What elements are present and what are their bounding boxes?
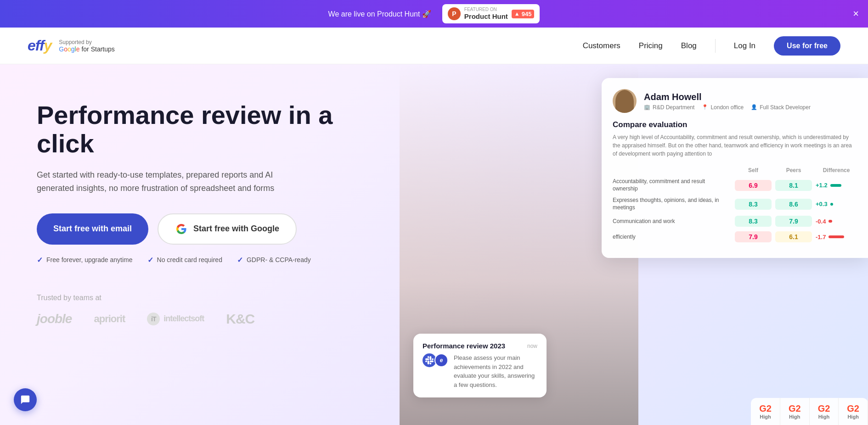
supported-label: Supported by bbox=[59, 39, 114, 45]
office-label: London office bbox=[710, 104, 744, 111]
g2-label-2: High bbox=[789, 414, 800, 419]
g2-label-4: High bbox=[847, 414, 858, 419]
compare-table: Self Peers Difference Accountability, co… bbox=[613, 167, 857, 242]
trust-badge-2: ✓ No credit card required bbox=[147, 256, 222, 264]
compare-table-header: Self Peers Difference bbox=[613, 167, 857, 173]
department-label: R&D Department bbox=[653, 104, 694, 111]
ph-count-badge: ▲ 945 bbox=[512, 10, 535, 18]
row-diff-2: -0.4 bbox=[816, 218, 857, 225]
trusted-section: Trusted by teams at jooble apriorit iT i… bbox=[37, 294, 349, 327]
person-meta: 🏢 R&D Department 📍 London office 👤 Full … bbox=[644, 104, 811, 111]
trust-label-3: GDPR- & CCPA-ready bbox=[247, 256, 311, 263]
trust-label-2: No credit card required bbox=[157, 256, 222, 263]
role-icon: 👤 bbox=[751, 104, 757, 110]
trust-label-1: Free forever, upgrade anytime bbox=[46, 256, 133, 263]
trusted-label: Trusted by teams at bbox=[37, 294, 349, 302]
hero-headline: Performance review in a click bbox=[37, 101, 349, 157]
g2-logo-1: G2 bbox=[759, 403, 772, 414]
g2-label-3: High bbox=[818, 414, 829, 419]
row-label-0: Accountability, commitment and result ow… bbox=[613, 178, 731, 192]
supported-by: Supported by Google for Startups bbox=[59, 39, 114, 53]
eval-card: Adam Howell 🏢 R&D Department 📍 London of… bbox=[602, 78, 868, 258]
hero-right: Adam Howell 🏢 R&D Department 📍 London of… bbox=[377, 64, 868, 425]
notif-header: Performance review 2023 now bbox=[423, 342, 537, 350]
banner-announcement: We are live on Product Hunt 🚀 bbox=[328, 10, 431, 18]
row-peers-2: 7.9 bbox=[775, 216, 812, 227]
logo-area: effy Supported by Google for Startups bbox=[28, 37, 115, 54]
ph-count-value: 945 bbox=[522, 11, 532, 17]
row-self-2: 8.3 bbox=[735, 216, 772, 227]
compare-row-0: Accountability, commitment and result ow… bbox=[613, 178, 857, 192]
top-banner: We are live on Product Hunt 🚀 P FEATURED… bbox=[0, 0, 868, 28]
office-icon: 📍 bbox=[702, 104, 708, 110]
nav-customers[interactable]: Customers bbox=[583, 41, 620, 50]
g2-badge-2: G2 High bbox=[780, 398, 810, 425]
header: effy Supported by Google for Startups Cu… bbox=[0, 28, 868, 64]
row-self-3: 7.9 bbox=[735, 231, 772, 242]
hero-left: Performance review in a click Get starte… bbox=[0, 64, 377, 425]
google-button-label: Start free with Google bbox=[193, 224, 279, 234]
row-peers-1: 8.6 bbox=[775, 199, 812, 210]
person-info: Adam Howell 🏢 R&D Department 📍 London of… bbox=[644, 92, 811, 111]
col-peers: Peers bbox=[775, 167, 812, 173]
meta-role: 👤 Full Stack Developer bbox=[751, 104, 811, 111]
avatar-inner bbox=[615, 90, 634, 113]
intellectsoft-icon: iT bbox=[147, 313, 160, 325]
trust-badge-1: ✓ Free forever, upgrade anytime bbox=[37, 256, 133, 264]
google-for-startups: Google for Startups bbox=[59, 45, 114, 53]
row-self-0: 6.9 bbox=[735, 180, 772, 191]
ph-name: Product Hunt bbox=[464, 12, 508, 21]
g2-badge-3: G2 High bbox=[810, 398, 839, 425]
person-name: Adam Howell bbox=[644, 92, 811, 102]
g2-badges: G2 High G2 High G2 High G2 High bbox=[751, 398, 868, 425]
eval-card-header: Adam Howell 🏢 R&D Department 📍 London of… bbox=[613, 89, 857, 113]
logo[interactable]: effy bbox=[28, 37, 51, 54]
check-icon-1: ✓ bbox=[37, 256, 43, 264]
diff-bar-3 bbox=[829, 235, 844, 238]
logo-jooble: jooble bbox=[37, 312, 72, 326]
logo-intellectsoft: iT intellectsoft bbox=[147, 313, 204, 325]
use-free-button[interactable]: Use for free bbox=[774, 36, 840, 56]
banner-close-button[interactable]: × bbox=[853, 8, 859, 20]
compare-row-2: Communication and work 8.3 7.9 -0.4 bbox=[613, 216, 857, 227]
col-diff: Difference bbox=[816, 167, 857, 173]
row-diff-0: +1.2 bbox=[816, 182, 857, 189]
notif-title: Performance review 2023 bbox=[423, 342, 505, 350]
g2-logo-3: G2 bbox=[818, 403, 830, 414]
cta-buttons: Start free with email Start free with Go… bbox=[37, 213, 349, 245]
row-diff-3: -1.7 bbox=[816, 234, 857, 240]
start-free-google-button[interactable]: Start free with Google bbox=[158, 213, 297, 245]
check-icon-3: ✓ bbox=[237, 256, 243, 264]
nav-blog[interactable]: Blog bbox=[681, 41, 697, 50]
intellectsoft-label: intellectsoft bbox=[163, 314, 204, 324]
trust-badges: ✓ Free forever, upgrade anytime ✓ No cre… bbox=[37, 256, 349, 264]
notif-text: Please assess your main achievements in … bbox=[454, 353, 537, 389]
compare-title: Compare evaluation bbox=[613, 120, 857, 129]
login-button[interactable]: Log In bbox=[734, 41, 755, 50]
notif-time: now bbox=[527, 343, 537, 349]
chat-button[interactable] bbox=[14, 388, 37, 411]
trusted-logos: jooble apriorit iT intellectsoft K&C bbox=[37, 311, 349, 327]
start-free-email-button[interactable]: Start free with email bbox=[37, 213, 148, 245]
row-label-3: efficiently bbox=[613, 234, 731, 241]
nav-pricing[interactable]: Pricing bbox=[639, 41, 663, 50]
compare-row-1: Expresses thoughts, opinions, and ideas,… bbox=[613, 197, 857, 211]
logo-kc: K&C bbox=[226, 311, 254, 327]
compare-rows: Accountability, commitment and result ow… bbox=[613, 178, 857, 242]
avatar bbox=[613, 89, 637, 113]
banner-text: We are live on Product Hunt 🚀 bbox=[328, 10, 431, 18]
g2-logo-4: G2 bbox=[847, 403, 859, 414]
row-self-1: 8.3 bbox=[735, 199, 772, 210]
department-icon: 🏢 bbox=[644, 104, 650, 110]
notif-body: e Please assess your main achievements i… bbox=[423, 353, 537, 389]
main-section: Performance review in a click Get starte… bbox=[0, 64, 868, 425]
row-peers-0: 8.1 bbox=[775, 180, 812, 191]
notif-icons: e bbox=[423, 353, 448, 367]
g2-badge-1: G2 High bbox=[751, 398, 780, 425]
main-nav: Customers Pricing Blog Log In Use for fr… bbox=[583, 36, 840, 56]
compare-row-3: efficiently 7.9 6.1 -1.7 bbox=[613, 231, 857, 242]
product-hunt-badge[interactable]: P FEATURED ON Product Hunt ▲ 945 bbox=[442, 4, 540, 23]
hero-subtitle: Get started with ready-to-use templates,… bbox=[37, 168, 303, 195]
meta-department: 🏢 R&D Department bbox=[644, 104, 694, 111]
chat-icon bbox=[20, 395, 30, 405]
